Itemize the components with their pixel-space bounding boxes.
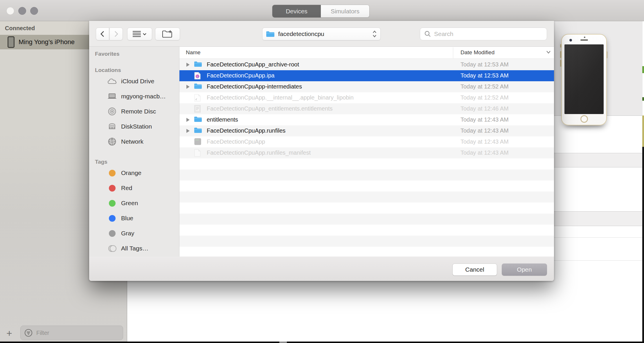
sidebar-item-label: mgyong-macb…: [121, 93, 166, 100]
file-row[interactable]: FaceDetectionCpuApp-intermediatesToday a…: [179, 81, 554, 92]
sidebar-item-blue[interactable]: Blue: [89, 211, 179, 226]
tab-simulators[interactable]: Simulators: [321, 5, 369, 17]
forward-button[interactable]: [109, 28, 123, 40]
file-name: FaceDetectionCpuApp.ipa: [207, 72, 274, 79]
cloud-icon: [107, 78, 117, 85]
sidebar-item-red[interactable]: Red: [89, 180, 179, 196]
filter-input[interactable]: [36, 329, 109, 337]
column-header-date-modified[interactable]: Date Modified: [460, 49, 494, 56]
device-name-label: Ming Yong’s iPhone: [19, 38, 75, 46]
file-list: Name Date Modified FaceDetectionCpuApp_a…: [179, 47, 554, 257]
sidebar-item-label: Green: [121, 200, 138, 207]
file-name: FaceDetectionCpuApp_archive-root: [207, 61, 299, 68]
sidebar-item-green[interactable]: Green: [89, 196, 179, 211]
filter-field[interactable]: [20, 326, 123, 340]
file-row[interactable]: ♪FaceDetectionCpuApp.ipaToday at 12:53 A…: [179, 70, 554, 81]
connected-section-label: Connected: [5, 25, 35, 32]
file-icon-wrap: [194, 149, 202, 157]
add-device-button[interactable]: +: [3, 327, 15, 339]
file-row[interactable]: execFaceDetectionCpuAppToday at 12:43 AM: [179, 136, 554, 147]
file-row[interactable]: entitlementsToday at 12:43 AM: [179, 114, 554, 125]
file-name: FaceDetectionCpuApp.runfiles: [207, 127, 285, 134]
file-icon-wrap: [194, 61, 202, 69]
sidebar-item-label: Orange: [121, 169, 141, 176]
desktop-edge-sliver: [642, 115, 644, 147]
iphone-screen: [564, 44, 604, 114]
search-field[interactable]: [420, 28, 547, 40]
search-input[interactable]: [433, 30, 532, 38]
zoom-traffic-light-icon[interactable]: [30, 7, 38, 15]
row-divider: [554, 260, 643, 261]
file-name: FaceDetectionCpuApp.__internal__.apple_b…: [207, 94, 354, 101]
unix-executable-icon: exec: [194, 138, 202, 145]
open-button[interactable]: Open: [502, 263, 547, 276]
close-traffic-light-icon[interactable]: [6, 7, 14, 15]
new-folder-icon: [162, 30, 173, 38]
file-name: FaceDetectionCpuApp_entitlements.entitle…: [207, 105, 333, 112]
search-icon: [424, 30, 431, 37]
filter-icon: [24, 328, 33, 337]
chevron-right-icon: [113, 30, 119, 38]
file-rows: FaceDetectionCpuApp_archive-rootToday at…: [179, 59, 554, 257]
open-file-dialog: facedetectioncpu FavoritesLocationsiClou…: [89, 21, 554, 281]
plain-file-icon: [194, 149, 201, 157]
sidebar-item-label: Gray: [121, 230, 134, 237]
front-camera-dot: [569, 39, 572, 41]
sidebar-section-title-favorites: Favorites: [95, 50, 179, 57]
column-header-name[interactable]: Name: [186, 49, 201, 56]
file-row[interactable]: FaceDetectionCpuApp.runfiles_manifestTod…: [179, 147, 554, 158]
minimize-traffic-light-icon[interactable]: [18, 7, 26, 15]
cancel-button[interactable]: Cancel: [452, 263, 497, 276]
screen-bottom-strip: [0, 342, 644, 343]
file-icon-wrap: [194, 116, 202, 124]
home-button: [580, 115, 588, 123]
disclosure-triangle-icon[interactable]: [186, 129, 190, 133]
file-icon-wrap: exec: [194, 138, 202, 146]
sidebar-item-icon-wrap: [107, 198, 117, 208]
current-folder-dropdown[interactable]: facedetectioncpu: [262, 28, 381, 40]
view-options-button[interactable]: [127, 28, 152, 40]
file-row[interactable]: FaceDetectionCpuApp_entitlements.entitle…: [179, 103, 554, 114]
sidebar-item-orange[interactable]: Orange: [89, 165, 179, 180]
sidebar-section-gap: [89, 149, 179, 158]
sidebar-item-icon-wrap: [107, 76, 117, 86]
section-band: [554, 211, 643, 226]
desktop-edge-sliver: [642, 147, 644, 342]
sort-chevron-icon: [546, 50, 551, 54]
sidebar-item-gray[interactable]: Gray: [89, 226, 179, 241]
tag-dot: [109, 200, 116, 207]
list-header: Name Date Modified: [179, 47, 554, 59]
disclosure-triangle-icon[interactable]: [186, 63, 190, 67]
tag-dot: [109, 215, 116, 222]
new-folder-button[interactable]: [155, 28, 180, 40]
column-divider[interactable]: [453, 47, 453, 58]
dialog-sidebar: FavoritesLocationsiCloud Drivemgyong-mac…: [89, 47, 179, 257]
ipa-file-icon: ♪: [194, 72, 201, 80]
file-row[interactable]: FaceDetectionCpuApp.__internal__.apple_b…: [179, 92, 554, 103]
sidebar-item-mgyong-macb-[interactable]: mgyong-macb…: [89, 89, 179, 104]
sidebar-item-all-tags-[interactable]: All Tags…: [89, 241, 179, 256]
folder-icon: [194, 61, 202, 68]
tab-devices[interactable]: Devices: [272, 5, 321, 17]
sidebar-item-remote-disc[interactable]: Remote Disc: [89, 104, 179, 119]
file-row[interactable]: FaceDetectionCpuApp.runfilesToday at 12:…: [179, 125, 554, 136]
folder-icon: [266, 30, 275, 37]
file-row[interactable]: FaceDetectionCpuApp_archive-rootToday at…: [179, 59, 554, 70]
file-date-modified: Today at 12:43 AM: [460, 138, 509, 145]
sidebar-item-diskstation[interactable]: DiskStation: [89, 119, 179, 134]
disclosure-triangle-icon[interactable]: [186, 85, 190, 89]
file-date-modified: Today at 12:43 AM: [460, 149, 509, 156]
desktop-edge-sliver: [642, 66, 644, 73]
back-button[interactable]: [96, 28, 109, 40]
tag-dot: [109, 230, 116, 237]
speaker-slot: [580, 39, 588, 41]
sidebar-section-title-tags: Tags: [95, 158, 179, 165]
sidebar-item-icloud-drive[interactable]: iCloud Drive: [89, 74, 179, 89]
sidebar-item-icon-wrap: [107, 243, 117, 253]
sidebar-item-icon-wrap: [107, 137, 117, 147]
file-name: FaceDetectionCpuApp.runfiles_manifest: [207, 149, 311, 156]
current-folder-label: facedetectioncpu: [278, 30, 324, 37]
sidebar-item-network[interactable]: Network: [89, 134, 179, 149]
disclosure-triangle-icon[interactable]: [186, 118, 190, 122]
server-icon: [107, 122, 117, 131]
